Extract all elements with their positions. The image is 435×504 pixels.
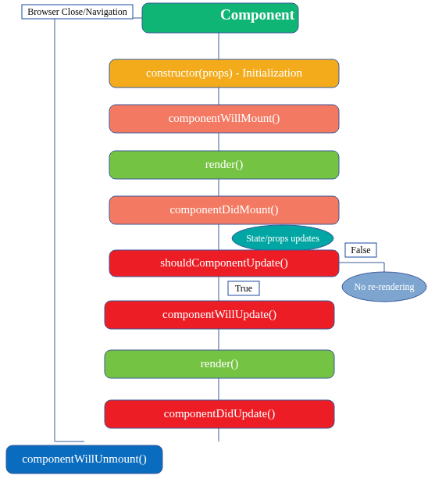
node-state-props: State/props updates — [232, 225, 333, 252]
svg-text:constructor(props) - Initializ: constructor(props) - Initialization — [146, 66, 302, 80]
node-render-mount: render() — [109, 151, 339, 179]
node-willMount: componentWillMount() — [109, 105, 339, 133]
node-didUpdate: componentDidUpdate() — [105, 400, 334, 428]
svg-text:shouldComponentUpdate(): shouldComponentUpdate() — [160, 256, 287, 270]
svg-text:False: False — [351, 245, 370, 256]
node-component: Component — [142, 3, 298, 33]
svg-text:State/props updates: State/props updates — [246, 233, 319, 244]
node-render-update: render() — [105, 350, 334, 378]
tag-true: True — [228, 281, 259, 295]
tag-false: False — [345, 243, 376, 257]
lifecycle-diagram: Component Browser Close/Navigation const… — [0, 0, 435, 504]
svg-text:componentDidMount(): componentDidMount() — [169, 203, 278, 216]
tag-browser-close: Browser Close/Navigation — [22, 5, 133, 19]
svg-text:componentWillUnmount(): componentWillUnmount() — [22, 452, 146, 466]
svg-text:Browser Close/Navigation: Browser Close/Navigation — [27, 6, 127, 17]
svg-text:No re-rendering: No re-rendering — [355, 281, 415, 292]
node-shouldUpdate: shouldComponentUpdate() — [109, 250, 339, 277]
node-no-rerender: No re-rendering — [342, 272, 426, 302]
svg-text:True: True — [235, 283, 252, 294]
node-didMount: componentDidMount() — [109, 196, 339, 224]
svg-text:componentDidUpdate(): componentDidUpdate() — [164, 407, 275, 420]
node-constructor: constructor(props) - Initialization — [109, 59, 339, 88]
svg-text:componentWillUpdate(): componentWillUpdate() — [162, 308, 276, 321]
svg-text:render(): render() — [201, 357, 238, 370]
component-label: Component — [220, 6, 295, 23]
svg-text:render(): render() — [205, 158, 243, 171]
svg-text:componentWillMount(): componentWillMount() — [169, 112, 280, 125]
node-willUpdate: componentWillUpdate() — [105, 301, 334, 329]
node-willUnmount: componentWillUnmount() — [6, 445, 162, 474]
